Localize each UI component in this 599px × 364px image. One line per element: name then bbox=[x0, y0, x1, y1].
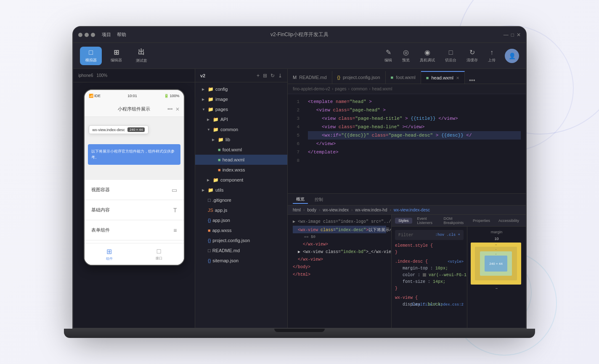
css-selector-3: wx-view { bbox=[395, 295, 418, 300]
file-tree-item-sitemap[interactable]: ▶ {} sitemap.json bbox=[195, 256, 287, 266]
dev-bread-index-hd[interactable]: wx-view.index-hd bbox=[355, 208, 387, 212]
code-editor[interactable]: 1 2 3 4 5 6 7 8 <templa bbox=[288, 94, 526, 193]
file-tree-item-gitignore[interactable]: ▶ □ .gitignore bbox=[195, 195, 287, 205]
cut-back-icon: □ bbox=[449, 49, 453, 56]
styles-tab-event-listeners[interactable]: Event Listeners bbox=[414, 216, 439, 226]
menu-help[interactable]: 帮助 bbox=[117, 32, 126, 38]
tab-more-btn[interactable]: ••• bbox=[465, 77, 480, 84]
devtools-tab-overview[interactable]: 概览 bbox=[293, 195, 308, 204]
file-tree-item-component[interactable]: ▶ 📁 component bbox=[195, 175, 287, 185]
user-avatar[interactable]: 👤 bbox=[505, 49, 519, 63]
file-tree-item-index-wxss[interactable]: ▶ ■ index.wxss bbox=[195, 165, 287, 175]
list-item[interactable]: 视图容器 ▭ bbox=[85, 180, 184, 200]
devtools-tab-control[interactable]: 控制 bbox=[311, 196, 326, 203]
code-line-3: <view class="page-head-title" > {{title}… bbox=[308, 114, 521, 123]
code-tag: <view bbox=[316, 108, 330, 113]
list-item[interactable]: 基础内容 T bbox=[85, 200, 184, 220]
file-tree-item-lib[interactable]: ▶ 📁 lib bbox=[195, 135, 287, 145]
file-tree-item-image[interactable]: ▶ 📁 image bbox=[195, 94, 287, 104]
dev-bread-html[interactable]: html bbox=[293, 208, 301, 212]
phone-nav-api[interactable]: □ 接口 bbox=[156, 248, 162, 261]
window-maximize-btn[interactable] bbox=[91, 33, 95, 37]
tab-readme[interactable]: M README.md bbox=[288, 71, 332, 84]
styles-tab-properties[interactable]: Properties bbox=[469, 218, 493, 224]
cut-back-action[interactable]: □ 切后台 bbox=[441, 46, 461, 66]
phone-nav-components[interactable]: ⊞ 组件 bbox=[106, 248, 113, 261]
main-content: iphone6 100% 📶 IDE 10:01 🔋 100% bbox=[73, 69, 526, 328]
dev-html-line-1[interactable]: <wx-view class="index-desc">以下将展示小程序官方组件… bbox=[293, 226, 386, 233]
folder-arrow: ▶ bbox=[207, 178, 211, 182]
tab-foot-wxml[interactable]: ■ foot.wxml bbox=[386, 71, 421, 84]
tab-close-head[interactable]: ✕ bbox=[456, 76, 459, 80]
styles-tab-accessibility[interactable]: Accessibility bbox=[495, 218, 522, 224]
zoom-level: 100% bbox=[97, 73, 108, 78]
devtools-html-tree[interactable]: ▶ <wx-image class="index-logo" src="../r… bbox=[288, 215, 391, 328]
file-tree-item-app-js[interactable]: ▶ JS app.js bbox=[195, 205, 287, 215]
styles-filter[interactable]: Filter :hov .cls + bbox=[395, 230, 464, 240]
code-attr: class= bbox=[333, 108, 350, 113]
simulator-icon: □ bbox=[89, 49, 93, 56]
new-folder-icon[interactable]: ⊞ bbox=[263, 73, 267, 79]
win-btn-close-icon[interactable]: ✕ bbox=[517, 32, 521, 38]
file-tree-item-app-wxss[interactable]: ▶ ■ app.wxss bbox=[195, 225, 287, 235]
file-tree-item-readme[interactable]: ▶ □ README.md bbox=[195, 245, 287, 256]
file-name-sitemap: sitemap.json bbox=[212, 258, 239, 263]
line-num-6: 6 bbox=[288, 140, 303, 148]
folder-name-image: image bbox=[215, 97, 228, 102]
upload-action[interactable]: ↑ 上传 bbox=[484, 46, 500, 66]
file-tree-item-api[interactable]: ▶ 📁 API bbox=[195, 114, 287, 124]
tooltip-size-badge: 240 × 44 bbox=[127, 127, 145, 132]
phone-menu-icon[interactable]: ••• bbox=[167, 106, 173, 112]
refresh-icon[interactable]: ↻ bbox=[270, 73, 275, 79]
css-prop: color bbox=[403, 273, 415, 277]
window-minimize-btn[interactable] bbox=[85, 33, 89, 37]
toolbar-simulator-btn[interactable]: □ 模拟器 bbox=[80, 47, 102, 65]
window-close-btn[interactable] bbox=[78, 33, 82, 37]
dev-bread-body[interactable]: body bbox=[307, 208, 316, 212]
debug-icon: 出 bbox=[138, 48, 145, 57]
breadcrumb: fino-applet-demo-v2 › pages › common › h… bbox=[288, 84, 526, 94]
phone-title-bar: 小程序组件展示 ••• ✕ bbox=[85, 102, 184, 117]
dev-bread-index-desc[interactable]: wx-view.index-desc bbox=[394, 208, 430, 212]
styles-tab-styles[interactable]: Styles bbox=[395, 218, 412, 224]
edit-label: 编辑 bbox=[384, 58, 392, 63]
tab-project-config[interactable]: {} project.config.json bbox=[332, 71, 386, 84]
file-tree-item-project-config[interactable]: ▶ {} project.config.json bbox=[195, 235, 287, 245]
list-item[interactable]: 表单组件 ≡ bbox=[85, 220, 184, 240]
file-tree-item-utils[interactable]: ▶ 📁 utils bbox=[195, 185, 287, 195]
styles-tab-dom-breakpoints[interactable]: DOM Breakpoints bbox=[440, 216, 468, 226]
code-bracket: {{desc}} bbox=[441, 133, 464, 138]
file-tree-item-head-wxml[interactable]: ▶ ■ head.wxml bbox=[195, 155, 287, 165]
code-tag: </view> bbox=[316, 141, 336, 146]
file-tree-item-common[interactable]: ▼ 📁 common bbox=[195, 124, 287, 135]
file-name-project-config: project.config.json bbox=[212, 238, 250, 243]
code-content[interactable]: <template name="head" > <view class="pag… bbox=[303, 94, 526, 193]
folder-icon: 📁 bbox=[218, 137, 224, 142]
tab-icon-foot: ■ bbox=[391, 75, 394, 80]
win-btn-max-icon[interactable]: □ bbox=[511, 32, 514, 38]
toolbar-debug-btn[interactable]: 出 测试套 bbox=[130, 47, 152, 65]
collapse-icon[interactable]: ⤓ bbox=[278, 73, 282, 79]
toolbar-editor-btn[interactable]: ⊞ 编辑器 bbox=[105, 47, 127, 65]
file-tree-item-app-json[interactable]: ▶ {} app.json bbox=[195, 215, 287, 225]
clear-cache-action[interactable]: ↻ 清缓存 bbox=[462, 46, 482, 66]
menu-project[interactable]: 项目 bbox=[102, 32, 111, 38]
file-tree-item-config[interactable]: ▶ 📁 config bbox=[195, 84, 287, 94]
breadcrumb-item-2: common bbox=[351, 87, 367, 91]
phone-close-icon[interactable]: ✕ bbox=[175, 106, 180, 112]
box-bottom-margin: − bbox=[471, 286, 522, 290]
file-tree-item-pages[interactable]: ▼ 📁 pages bbox=[195, 104, 287, 114]
file-name-readme: README.md bbox=[212, 248, 240, 253]
edit-action[interactable]: ✎ 编辑 bbox=[380, 46, 396, 66]
css-indent bbox=[395, 266, 400, 271]
file-tree-item-foot-wxml[interactable]: ▶ ■ foot.wxml bbox=[195, 145, 287, 155]
preview-action[interactable]: ◎ 预览 bbox=[398, 46, 414, 66]
win-btn-min-icon[interactable]: — bbox=[504, 32, 509, 38]
new-file-icon[interactable]: + bbox=[257, 73, 260, 79]
code-attr: class= bbox=[372, 133, 389, 138]
file-icon: ■ bbox=[218, 167, 221, 172]
tab-head-wxml[interactable]: ■ head.wxml ✕ bbox=[421, 71, 465, 84]
dev-bread-index[interactable]: wx-view.index bbox=[323, 208, 349, 212]
real-device-action[interactable]: ◉ 真机调试 bbox=[416, 46, 439, 66]
folder-icon: 📁 bbox=[213, 177, 219, 183]
